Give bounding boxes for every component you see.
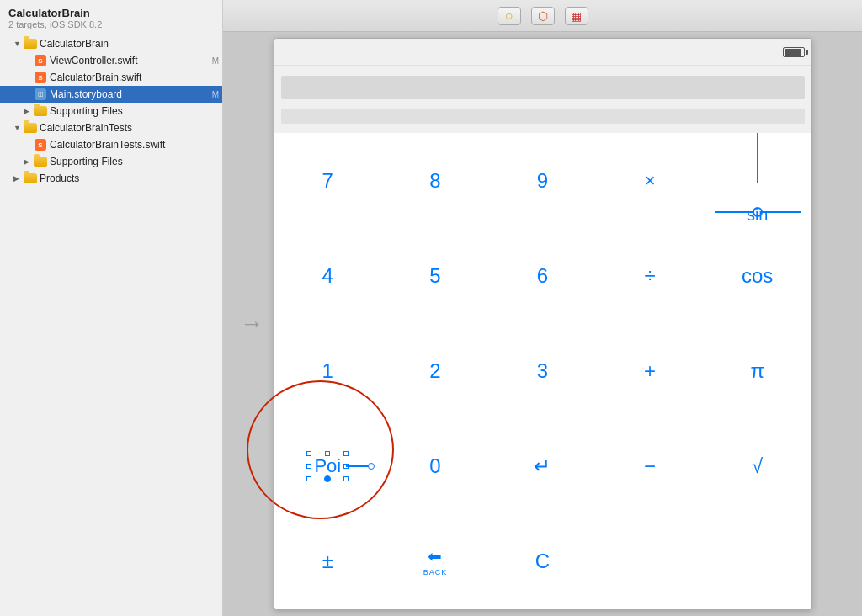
sidebar-item-calculatorbrain-swift[interactable]: S CalculatorBrain.swift: [0, 69, 222, 86]
handle-tr: [343, 451, 349, 456]
handle-br: [343, 476, 349, 481]
slider-vline: [757, 133, 758, 183]
sidebar-item-supporting-files-2[interactable]: ▶ Supporting Files: [0, 153, 222, 170]
cube-toolbar-btn[interactable]: ⬡: [531, 7, 555, 25]
sidebar-item-main-storyboard[interactable]: ◫ Main.storyboard M: [0, 86, 222, 103]
calc-btn-cos[interactable]: cos: [704, 228, 811, 323]
canvas-area: → 7 8 9 ×: [223, 32, 862, 616]
disclosure-icon: ▶: [13, 174, 24, 183]
calc-btn-7[interactable]: 7: [274, 133, 382, 228]
back-label: BACK: [423, 568, 448, 576]
calculator-grid: 7 8 9 × sin: [274, 133, 811, 609]
grid-toolbar-btn[interactable]: ▦: [565, 7, 588, 25]
calc-btn-2[interactable]: 2: [381, 323, 489, 418]
disclosure-icon: ▶: [24, 107, 34, 115]
folder-icon: [24, 121, 37, 135]
file-label: Supporting Files: [50, 156, 219, 167]
disclosure-icon: ▼: [13, 40, 24, 48]
project-title: CalculatorBrain: [8, 7, 214, 19]
calc-btn-multiply[interactable]: ×: [596, 133, 704, 228]
circle-toolbar-btn[interactable]: ○: [498, 7, 521, 25]
file-label: ViewController.swift: [50, 55, 209, 66]
calc-btn-5[interactable]: 5: [381, 228, 489, 323]
calc-btn-3[interactable]: 3: [489, 323, 597, 418]
back-arrow-icon: ⬅: [428, 546, 442, 566]
status-bar: [274, 39, 811, 66]
calc-btn-minus[interactable]: −: [596, 419, 704, 514]
calc-btn-empty-4: [596, 514, 704, 609]
calc-btn-empty-5: [704, 514, 811, 609]
calc-btn-9[interactable]: 9: [489, 133, 597, 228]
folder-icon: [34, 104, 47, 118]
connection-dot: [368, 463, 375, 470]
sidebar-item-calculatorbraintests-swift[interactable]: S CalculatorBrainTests.swift: [0, 136, 222, 153]
file-label: Main.storyboard: [50, 88, 209, 100]
file-label: Supporting Files: [50, 105, 219, 117]
calc-btn-enter[interactable]: ↵: [489, 419, 597, 514]
group-label: CalculatorBrainTests: [40, 122, 219, 134]
badge-m: M: [212, 90, 219, 99]
main-content: ○ ⬡ ▦ → 7 8 9: [223, 0, 862, 616]
file-label: CalculatorBrain.swift: [50, 72, 219, 83]
handle-tl: [306, 451, 311, 456]
project-subtitle: 2 targets, iOS SDK 8.2: [8, 19, 214, 29]
sidebar-item-calculatorbrain-group[interactable]: ▼ CalculatorBrain: [0, 35, 222, 52]
calc-btn-plusminus[interactable]: ±: [274, 514, 382, 609]
selected-element-box: Poi: [309, 454, 346, 479]
project-header: CalculatorBrain 2 targets, iOS SDK 8.2: [0, 0, 222, 35]
swift-file-icon: S: [34, 138, 47, 151]
poi-label-container[interactable]: Poi: [274, 419, 382, 514]
disclosure-icon: ▶: [24, 157, 34, 166]
disclosure-icon: ▼: [13, 124, 24, 132]
display-bar-bottom: [281, 109, 805, 124]
calc-btn-divide[interactable]: ÷: [596, 228, 704, 323]
sidebar-item-supporting-files-1[interactable]: ▶ Supporting Files: [0, 103, 222, 119]
calc-btn-4[interactable]: 4: [274, 228, 382, 323]
calc-btn-1[interactable]: 1: [274, 323, 382, 418]
device-frame: 7 8 9 × sin: [274, 38, 812, 610]
sidebar: CalculatorBrain 2 targets, iOS SDK 8.2 ▼…: [0, 0, 223, 616]
calc-btn-back[interactable]: ⬅ BACK: [381, 514, 489, 609]
sidebar-item-viewcontroller[interactable]: S ViewController.swift M: [0, 52, 222, 69]
disclosure-spacer: [24, 73, 34, 82]
swift-file-icon: S: [34, 54, 47, 67]
battery-icon: [783, 47, 805, 57]
folder-icon: [24, 37, 37, 50]
calc-btn-clear[interactable]: C: [489, 514, 597, 609]
disclosure-spacer: [24, 90, 34, 98]
disclosure-spacer: [24, 141, 34, 149]
folder-icon: [24, 172, 37, 185]
swift-file-icon: S: [34, 71, 47, 84]
calculator-display: [274, 66, 811, 133]
display-bar-top: [281, 76, 805, 99]
folder-icon: [34, 155, 47, 168]
handle-tc: [325, 451, 330, 456]
slider-area[interactable]: sin: [704, 133, 811, 228]
storyboard-file-icon: ◫: [34, 88, 47, 101]
file-label: Products: [40, 173, 219, 184]
handle-bc: [324, 475, 331, 482]
disclosure-spacer: [24, 56, 34, 65]
sidebar-item-products[interactable]: ▶ Products: [0, 170, 222, 187]
handle-bl: [306, 476, 311, 481]
sidebar-item-calculatorbraintests-group[interactable]: ▼ CalculatorBrainTests: [0, 119, 222, 136]
toolbar: ○ ⬡ ▦: [223, 0, 862, 32]
calc-btn-0[interactable]: 0: [381, 419, 489, 514]
handle-ml: [306, 464, 311, 469]
storyboard-arrow: →: [240, 311, 263, 337]
badge-m: M: [212, 56, 219, 66]
back-button-content: ⬅ BACK: [423, 546, 448, 576]
group-label: CalculatorBrain: [40, 38, 219, 50]
calc-btn-8[interactable]: 8: [381, 133, 489, 228]
file-label: CalculatorBrainTests.swift: [50, 139, 219, 151]
calc-btn-sqrt[interactable]: √: [704, 419, 811, 514]
calc-btn-pi[interactable]: π: [704, 323, 811, 418]
calc-btn-6[interactable]: 6: [489, 228, 597, 323]
calc-btn-plus[interactable]: +: [596, 323, 704, 418]
